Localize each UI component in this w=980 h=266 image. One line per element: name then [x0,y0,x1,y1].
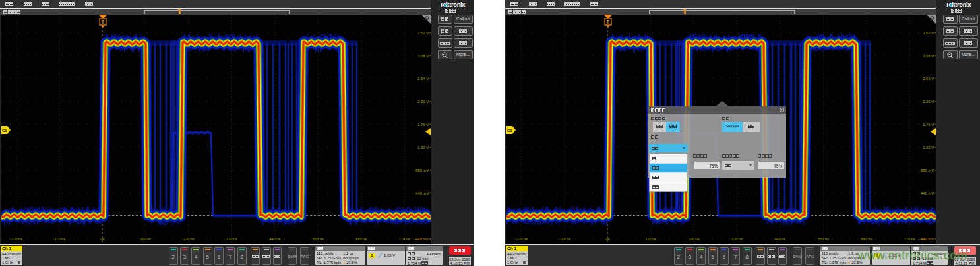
svg-text:440 ns: 440 ns [775,237,786,241]
svg-text:3.52 V: 3.52 V [923,31,934,35]
svg-text:110 ns: 110 ns [140,237,152,241]
svg-text:330 ns: 330 ns [226,237,237,241]
svg-text:C1: C1 [2,129,7,133]
svg-text:1.76 V: 1.76 V [923,123,934,127]
svg-text:2.20 V: 2.20 V [417,100,429,104]
svg-text:550 ns: 550 ns [818,237,829,241]
svg-text:2.64 V: 2.64 V [923,77,934,81]
svg-text:2.20 V: 2.20 V [923,100,934,104]
svg-text:-440 mV: -440 mV [414,237,429,241]
svg-text:770 ns: 770 ns [399,237,410,241]
svg-text:440 ns: 440 ns [270,237,281,241]
svg-text:-440 mV: -440 mV [919,237,934,241]
svg-text:660 ns: 660 ns [355,237,367,241]
svg-text:1.76 V: 1.76 V [417,123,429,127]
svg-text:3.52 V: 3.52 V [417,31,429,35]
svg-text:1.32 V: 1.32 V [923,145,934,149]
svg-text:440 mV: 440 mV [921,191,934,195]
svg-text:-220 ns: -220 ns [515,237,528,241]
svg-text:-110 ns: -110 ns [53,237,65,241]
svg-text:880 mV: 880 mV [415,168,429,172]
svg-text:220 ns: 220 ns [689,237,700,241]
svg-text:220 ns: 220 ns [183,237,195,241]
svg-text:1.32 V: 1.32 V [417,145,429,149]
svg-text:T: T [607,20,610,24]
svg-text:-110 ns: -110 ns [559,237,570,241]
svg-text:T: T [102,20,105,24]
svg-text:3.08 V: 3.08 V [417,54,429,58]
svg-text:770 ns: 770 ns [904,237,915,241]
svg-text:110 ns: 110 ns [646,237,657,241]
svg-text:880 mV: 880 mV [921,168,934,172]
svg-text:440 mV: 440 mV [415,191,429,195]
svg-text:-220 ns: -220 ns [10,237,22,241]
svg-text:550 ns: 550 ns [313,237,324,241]
svg-text:330 ns: 330 ns [731,237,743,241]
svg-text:C1: C1 [507,129,512,133]
svg-text:3.08 V: 3.08 V [923,54,934,58]
svg-text:2.64 V: 2.64 V [417,77,429,81]
svg-text:660 ns: 660 ns [861,237,872,241]
